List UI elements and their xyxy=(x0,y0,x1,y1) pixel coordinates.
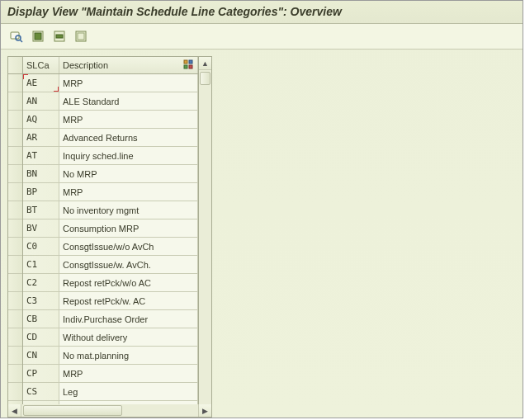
table-row[interactable]: CSLeg xyxy=(23,383,198,401)
cell-slca[interactable]: BP xyxy=(23,183,59,201)
table-row[interactable]: ATInquiry sched.line xyxy=(23,147,198,165)
row-selector[interactable] xyxy=(8,383,22,401)
row-selector[interactable] xyxy=(8,365,22,383)
horizontal-scrollbar[interactable]: ◀ ▶ xyxy=(7,404,212,418)
cell-description[interactable]: No inventory mgmt xyxy=(59,201,198,219)
svg-rect-6 xyxy=(56,35,63,38)
cell-description[interactable]: Leg xyxy=(59,383,198,400)
detail-lens-icon[interactable] xyxy=(9,29,24,44)
cell-description[interactable]: Inquiry sched.line xyxy=(59,147,198,164)
row-selector[interactable] xyxy=(8,183,22,201)
row-selector[interactable] xyxy=(8,328,22,347)
cell-description[interactable]: ConsgtIssue/w. AvCh. xyxy=(59,256,198,273)
cell-slca[interactable]: AN xyxy=(23,92,59,110)
row-selector[interactable] xyxy=(8,92,22,111)
cell-slca[interactable]: CB xyxy=(23,310,59,328)
cell-slca[interactable]: C0 xyxy=(23,238,59,255)
row-selector[interactable] xyxy=(8,310,22,328)
cell-description[interactable]: ConsgtIssue/w/o AvCh xyxy=(59,238,198,255)
table-row[interactable]: C0ConsgtIssue/w/o AvCh xyxy=(23,238,198,256)
row-selector[interactable] xyxy=(8,201,22,219)
row-selector[interactable] xyxy=(8,292,22,310)
cell-description[interactable]: Consumption MRP xyxy=(59,219,198,237)
row-selector[interactable] xyxy=(8,111,22,129)
cell-description[interactable]: No mat.planning xyxy=(59,347,198,364)
cell-slca[interactable]: AQ xyxy=(23,111,59,128)
cell-description[interactable]: MRP xyxy=(59,365,198,382)
scroll-right-button[interactable]: ▶ xyxy=(198,404,211,417)
cell-slca[interactable]: AE xyxy=(23,74,59,92)
table-settings-icon[interactable] xyxy=(182,59,196,72)
scroll-track-horizontal[interactable] xyxy=(21,404,198,417)
vertical-scrollbar[interactable]: ▲ ▼ xyxy=(198,57,211,418)
scroll-thumb-vertical[interactable] xyxy=(200,72,210,85)
deselect-all-icon[interactable] xyxy=(73,29,88,44)
table-row[interactable]: CDWithout delivery xyxy=(23,328,198,347)
cell-description[interactable]: Repost retPck/w. AC xyxy=(59,292,198,309)
table-control: SLCa Description AEMRPANALE StandardAQMR… xyxy=(7,56,212,418)
cell-slca[interactable]: CD xyxy=(23,328,59,346)
table-row[interactable]: C3Repost retPck/w. AC xyxy=(23,292,198,310)
table-row[interactable]: C1ConsgtIssue/w. AvCh. xyxy=(23,256,198,274)
cell-slca[interactable]: C3 xyxy=(23,292,59,309)
cell-slca[interactable]: C2 xyxy=(23,274,59,291)
cell-description[interactable]: MRP xyxy=(59,111,198,128)
row-selector[interactable] xyxy=(8,129,22,147)
svg-rect-10 xyxy=(189,60,192,64)
scroll-track-vertical[interactable] xyxy=(199,70,211,418)
select-all-icon[interactable] xyxy=(31,29,45,44)
cell-slca[interactable]: BV xyxy=(23,219,59,237)
row-selector[interactable] xyxy=(8,74,22,92)
cell-slca[interactable]: CN xyxy=(23,347,59,364)
cell-description[interactable]: Advanced Returns xyxy=(59,129,198,146)
row-selector[interactable] xyxy=(8,274,22,292)
cell-slca[interactable]: AT xyxy=(23,147,59,164)
cell-description[interactable]: Repost retPck/w/o AC xyxy=(59,274,198,291)
cell-slca[interactable]: BT xyxy=(23,201,59,219)
table-row[interactable]: AEMRP xyxy=(23,74,198,92)
table-row[interactable]: BTNo inventory mgmt xyxy=(23,201,198,219)
cell-description[interactable]: Indiv.Purchase Order xyxy=(59,310,198,328)
table-row[interactable]: AQMRP xyxy=(23,111,198,129)
table-corner xyxy=(8,57,22,74)
scroll-up-button[interactable]: ▲ xyxy=(199,57,211,70)
select-block-icon[interactable] xyxy=(52,29,67,44)
title-bar: Display View "Maintain Schedule Line Cat… xyxy=(1,1,523,24)
table-row[interactable]: CBIndiv.Purchase Order xyxy=(23,310,198,328)
cell-slca[interactable]: CP xyxy=(23,365,59,382)
table-row[interactable]: ANALE Standard xyxy=(23,92,198,111)
svg-rect-4 xyxy=(35,33,41,40)
cell-description[interactable]: Without delivery xyxy=(59,328,198,346)
column-header-row: SLCa Description xyxy=(23,57,198,74)
row-selector[interactable] xyxy=(8,219,22,238)
sap-window: Display View "Maintain Schedule Line Cat… xyxy=(0,0,523,418)
row-selector[interactable] xyxy=(8,238,22,256)
cell-slca[interactable]: C1 xyxy=(23,256,59,273)
cell-slca[interactable]: CS xyxy=(23,383,59,400)
table-row[interactable]: BPMRP xyxy=(23,183,198,201)
application-toolbar xyxy=(1,24,523,50)
column-header-description[interactable]: Description xyxy=(59,57,198,73)
row-selector[interactable] xyxy=(8,147,22,165)
cell-slca[interactable]: BN xyxy=(23,165,59,182)
content-area: SLCa Description AEMRPANALE StandardAQMR… xyxy=(1,50,523,418)
table-row[interactable]: C2Repost retPck/w/o AC xyxy=(23,274,198,292)
scroll-thumb-horizontal[interactable] xyxy=(23,405,122,416)
cell-slca[interactable]: AR xyxy=(23,129,59,146)
svg-rect-9 xyxy=(184,60,187,64)
cell-description[interactable]: MRP xyxy=(59,183,198,201)
table-row[interactable]: CPMRP xyxy=(23,365,198,383)
table-row[interactable]: ARAdvanced Returns xyxy=(23,129,198,147)
column-header-slca[interactable]: SLCa xyxy=(23,57,59,73)
table-row[interactable]: BNNo MRP xyxy=(23,165,198,183)
row-selector[interactable] xyxy=(8,165,22,183)
cell-description[interactable]: No MRP xyxy=(59,165,198,182)
row-selector[interactable] xyxy=(8,347,22,365)
scroll-left-button[interactable]: ◀ xyxy=(8,404,21,417)
cell-description[interactable]: ALE Standard xyxy=(59,92,198,110)
row-selector[interactable] xyxy=(8,256,22,274)
table-row[interactable]: BVConsumption MRP xyxy=(23,219,198,238)
table-row[interactable]: CNNo mat.planning xyxy=(23,347,198,365)
cell-description[interactable]: MRP xyxy=(59,74,198,92)
svg-line-2 xyxy=(20,40,22,42)
